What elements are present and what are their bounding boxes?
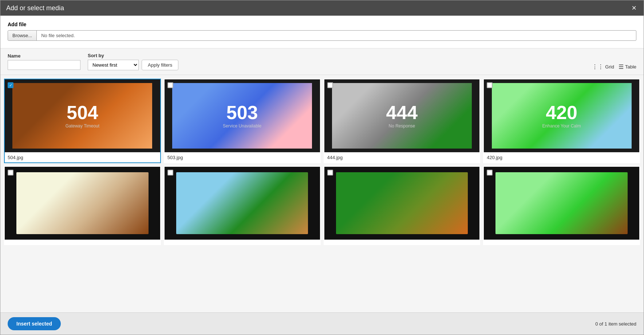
media-item-name-503: 503.jpg [165,152,320,162]
sort-group: Sort by Newest first Oldest first Name A… [88,53,178,70]
dialog-title: Add or select media [6,4,64,12]
media-item-checkbox-503[interactable] [167,82,173,88]
error-number-420: 420 [546,103,577,122]
error-text-444: No Response [389,123,415,129]
sort-row: Newest first Oldest first Name A-Z Name … [88,60,178,70]
media-item-checkbox-420[interactable] [487,82,493,88]
media-item-image-420: 420Enhance Your Calm [484,79,639,152]
http-error-card-504: 504Gateway Timeout [12,83,152,149]
file-input-wrapper: Browse... No file selected. [8,30,636,41]
name-filter-label: Name [8,53,80,59]
media-item-image-r4 [484,167,639,240]
media-item-image-503: 503Service Unavailable [165,79,320,152]
media-item-444[interactable]: 444No Response444.jpg [324,79,481,163]
media-item-checkbox-r1[interactable] [8,170,13,176]
add-select-media-dialog: Add or select media × Add file Browse...… [0,0,644,335]
add-file-section: Add file Browse... No file selected. [0,16,644,48]
http-error-card-444: 444No Response [332,83,472,149]
media-item-checkbox-r4[interactable] [487,170,493,176]
no-file-selected-text: No file selected. [37,31,110,40]
grid-view-button[interactable]: ⋮⋮ Grid [592,63,614,70]
media-item-image-r3 [324,167,480,240]
view-toggle: ⋮⋮ Grid ☰ Table [592,63,636,70]
media-item-r1[interactable] [4,166,161,245]
animal-thumbnail-r1 [16,172,149,234]
media-item-420[interactable]: 420Enhance Your Calm420.jpg [483,79,640,163]
media-item-name-r3 [324,240,480,244]
media-grid: ✓504Gateway Timeout504.jpg503Service Una… [4,79,640,245]
media-item-name-r4 [484,240,639,244]
dialog-body: Add file Browse... No file selected. Nam… [0,16,644,312]
insert-selected-button[interactable]: Insert selected [8,317,61,330]
grid-icon: ⋮⋮ [592,63,604,70]
http-error-card-503: 503Service Unavailable [172,83,312,149]
media-item-name-504: 504.jpg [5,152,160,162]
filter-section: Name Sort by Newest first Oldest first N… [0,48,644,75]
media-item-checkbox-444[interactable] [327,82,333,88]
table-view-label: Table [625,64,636,70]
animal-thumbnail-r3 [336,172,468,234]
error-text-503: Service Unavailable [223,123,261,129]
media-item-name-444: 444.jpg [324,152,480,162]
table-view-button[interactable]: ☰ Table [619,63,636,70]
media-item-504[interactable]: ✓504Gateway Timeout504.jpg [4,79,161,163]
media-item-name-420: 420.jpg [484,152,639,162]
error-number-504: 504 [67,103,98,122]
animal-thumbnail-r4 [495,172,628,234]
error-text-504: Gateway Timeout [66,123,99,129]
animal-thumbnail-r2 [176,172,308,234]
error-number-503: 503 [226,103,258,122]
error-text-420: Enhance Your Calm [542,123,581,129]
browse-button[interactable]: Browse... [8,31,37,40]
grid-view-label: Grid [605,64,614,70]
dialog-footer: Insert selected 0 of 1 item selected [0,312,644,335]
add-file-label: Add file [8,21,636,27]
http-error-card-420: 420Enhance Your Calm [492,83,632,149]
media-item-image-r2 [165,167,320,240]
sort-select[interactable]: Newest first Oldest first Name A-Z Name … [88,60,139,70]
media-item-image-444: 444No Response [324,79,480,152]
media-item-503[interactable]: 503Service Unavailable503.jpg [164,79,321,163]
sort-label: Sort by [88,53,178,58]
media-item-image-504: 504Gateway Timeout [5,79,160,152]
media-item-checkbox-r3[interactable] [327,170,333,176]
error-number-444: 444 [386,103,418,122]
apply-filters-button[interactable]: Apply filters [142,60,178,70]
media-item-name-r1 [5,240,160,244]
dialog-header: Add or select media × [0,0,644,16]
media-grid-container: ✓504Gateway Timeout504.jpg503Service Una… [0,75,644,312]
media-item-r2[interactable] [164,166,321,245]
media-item-r3[interactable] [324,166,481,245]
close-button[interactable]: × [630,4,638,12]
media-item-name-r2 [165,240,320,244]
selection-count: 0 of 1 item selected [595,321,636,327]
media-item-r4[interactable] [483,166,640,245]
name-filter-input[interactable] [8,60,80,70]
media-item-checkbox-r2[interactable] [167,170,173,176]
table-icon: ☰ [619,63,624,70]
media-item-checkbox-504[interactable]: ✓ [8,82,13,88]
media-item-image-r1 [5,167,160,240]
name-filter-group: Name [8,53,80,70]
